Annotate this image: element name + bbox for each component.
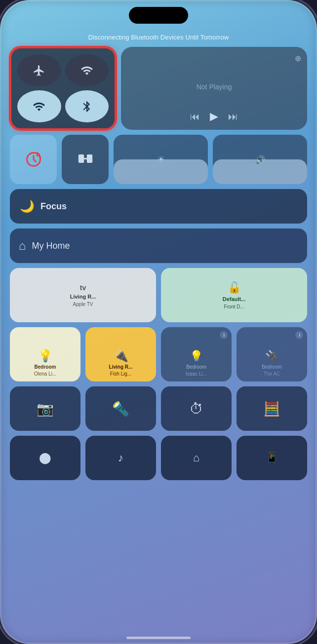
bedroom-ac-card[interactable]: 🔌 Bedroom The AC ℹ <box>237 327 307 381</box>
wifi-button[interactable] <box>17 90 61 122</box>
brightness-icon: ☀ <box>157 154 165 165</box>
home-icon: ⌂ <box>19 239 26 253</box>
flashlight-button[interactable]: 🔦 <box>85 386 156 431</box>
row-utilities: 📷 🔦 ⏱ 🧮 <box>10 386 307 431</box>
bedroom-ac-name-line2: The AC <box>264 371 280 377</box>
bedroom-light-name-line1: Bedroom <box>35 364 56 370</box>
living-fish-icon: 🔌 <box>114 349 128 363</box>
home-app-button[interactable]: ⌂ <box>161 436 232 480</box>
music-recognition-button[interactable]: ♪ <box>85 436 156 480</box>
bedroom-ac-info[interactable]: ℹ <box>295 331 303 339</box>
living-fish-card[interactable]: 🔌 Living R... Fish Lig... <box>85 327 156 381</box>
my-home-button[interactable]: ⌂ My Home <box>10 228 307 263</box>
moon-icon: 🌙 <box>20 199 35 213</box>
front-door-name: Default... <box>223 296 245 302</box>
volume-slider[interactable]: 🔊 <box>213 135 307 184</box>
front-door-sub: Front D... <box>224 304 244 309</box>
row-bottom: ⬤ ♪ ⌂ 📱 <box>10 436 307 480</box>
screen-rotation-lock-button[interactable] <box>10 135 57 184</box>
row-apple-tv-front-door: tv Living R... Apple TV 🔓 Default... Fro… <box>10 268 307 322</box>
fast-forward-button[interactable]: ⏭ <box>228 111 238 122</box>
bluetooth-button[interactable] <box>65 90 109 122</box>
living-fish-name-line2: Fish Lig... <box>110 371 131 377</box>
focus-label: Focus <box>40 201 67 212</box>
home-indicator[interactable] <box>126 637 191 639</box>
apple-tv-card[interactable]: tv Living R... Apple TV <box>10 268 156 322</box>
airplay-icon[interactable]: ⊕ <box>295 54 301 63</box>
screen-record-button[interactable]: ⬤ <box>10 436 80 480</box>
screen-record-icon: ⬤ <box>39 452 51 464</box>
brightness-slider[interactable]: ☀ <box>114 135 208 184</box>
bedroom-isaac-icon: 💡 <box>190 350 203 363</box>
camera-icon: 📷 <box>37 401 54 417</box>
row-myhome: ⌂ My Home <box>10 228 307 263</box>
now-playing-label: Not Playing <box>197 83 232 91</box>
music-recognition-icon: ♪ <box>118 452 123 464</box>
bedroom-ac-name-line1: Bedroom <box>262 364 282 370</box>
phone-frame: Disconnecting Bluetooth Devices Until To… <box>0 0 317 644</box>
apple-tv-icon: tv <box>80 284 86 292</box>
remote-icon: 📱 <box>265 452 278 464</box>
timer-icon: ⏱ <box>190 401 203 417</box>
connectivity-block <box>10 47 116 130</box>
bedroom-isaac-card[interactable]: 💡 Bedroom Isaac Li... ℹ <box>161 327 232 381</box>
bedroom-isaac-name-line1: Bedroom <box>186 364 206 370</box>
front-door-icon: 🔓 <box>228 281 241 294</box>
bedroom-light-card[interactable]: 💡 Bedroom Olena Li... <box>10 327 80 381</box>
play-button[interactable]: ▶ <box>210 110 218 123</box>
my-home-label: My Home <box>32 241 70 251</box>
bedroom-isaac-info[interactable]: ℹ <box>220 331 228 339</box>
home-app-icon: ⌂ <box>193 452 199 464</box>
row-smart-devices: 💡 Bedroom Olena Li... 🔌 Living R... Fish… <box>10 327 307 381</box>
focus-button[interactable]: 🌙 Focus <box>10 189 307 224</box>
bedroom-light-name-line2: Olena Li... <box>34 371 57 377</box>
bedroom-ac-icon: 🔌 <box>265 350 278 363</box>
apple-tv-sub: Apple TV <box>73 302 93 307</box>
camera-button[interactable]: 📷 <box>10 386 80 431</box>
bedroom-isaac-name-line2: Isaac Li... <box>186 371 207 377</box>
dynamic-island <box>129 7 188 24</box>
timer-button[interactable]: ⏱ <box>161 386 232 431</box>
airplane-mode-button[interactable] <box>17 54 61 86</box>
control-center: ⊕ Not Playing ⏮ ▶ ⏭ <box>10 47 307 619</box>
volume-icon: 🔊 <box>255 155 265 164</box>
row-controls: ☀ 🔊 <box>10 135 307 184</box>
rewind-button[interactable]: ⏮ <box>190 111 200 122</box>
bluetooth-notification: Disconnecting Bluetooth Devices Until To… <box>0 34 317 41</box>
row-connectivity-media: ⊕ Not Playing ⏮ ▶ ⏭ <box>10 47 307 130</box>
remote-button[interactable]: 📱 <box>237 436 307 480</box>
living-fish-name-line1: Living R... <box>109 364 133 370</box>
front-door-card[interactable]: 🔓 Default... Front D... <box>161 268 307 322</box>
svg-rect-3 <box>82 158 88 159</box>
media-controls: ⏮ ▶ ⏭ <box>190 110 238 123</box>
calculator-button[interactable]: 🧮 <box>237 386 307 431</box>
screen-mirror-button[interactable] <box>62 135 109 184</box>
calculator-icon: 🧮 <box>263 401 280 417</box>
apple-tv-name: Living R... <box>70 294 96 300</box>
bedroom-light-icon: 💡 <box>38 349 53 363</box>
row-focus: 🌙 Focus <box>10 189 307 224</box>
media-player: ⊕ Not Playing ⏮ ▶ ⏭ <box>121 47 307 130</box>
cellular-button[interactable] <box>65 54 109 86</box>
flashlight-icon: 🔦 <box>112 401 129 417</box>
